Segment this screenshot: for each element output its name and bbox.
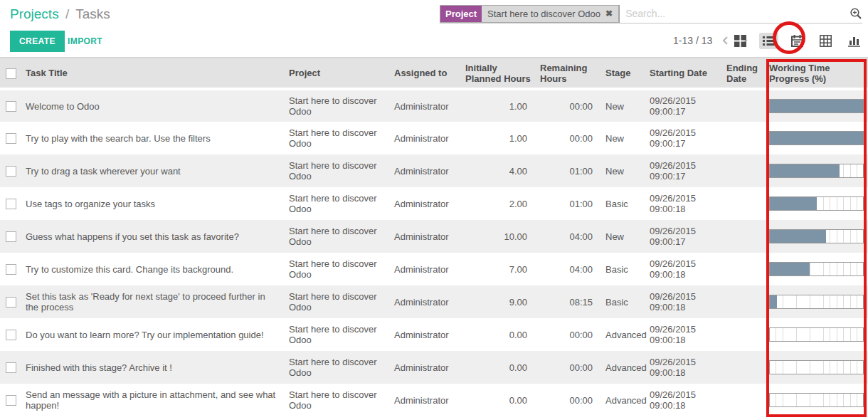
working-time-progress-bar bbox=[769, 196, 864, 211]
starting-date-cell: 09/26/2015 09:00:18 bbox=[645, 187, 722, 220]
project-cell: Start here to discover Odoo bbox=[285, 384, 390, 416]
table-row[interactable]: Set this task as 'Ready for next stage' … bbox=[0, 285, 868, 318]
progress-fill bbox=[770, 230, 826, 243]
table-header-row: Task Title Project Assigned to Initially… bbox=[0, 58, 868, 89]
pivot-view-icon[interactable] bbox=[816, 32, 835, 50]
task-title-cell: Do you want to learn more? Try our imple… bbox=[21, 318, 285, 351]
select-all-checkbox[interactable] bbox=[6, 68, 16, 79]
column-header-progress[interactable]: Working Time Progress (%) bbox=[765, 58, 868, 89]
breadcrumb-separator: / bbox=[65, 6, 69, 21]
assigned-to-cell: Administrator bbox=[390, 253, 461, 285]
assigned-to-cell: Administrator bbox=[390, 187, 461, 220]
working-time-progress-bar bbox=[769, 229, 864, 243]
calendar-view-icon[interactable] bbox=[788, 32, 807, 50]
page-title: Tasks bbox=[75, 6, 110, 21]
project-cell: Start here to discover Odoo bbox=[285, 122, 390, 154]
import-button[interactable]: IMPORT bbox=[68, 36, 102, 46]
search-input[interactable] bbox=[619, 5, 847, 23]
pager-previous-icon[interactable] bbox=[719, 36, 731, 46]
remaining-hours-cell: 00:00 bbox=[536, 318, 601, 351]
working-time-progress-bar bbox=[769, 99, 864, 113]
starting-date-cell: 09/26/2015 09:00:18 bbox=[645, 318, 722, 351]
remove-facet-icon[interactable]: ✖ bbox=[605, 9, 613, 19]
column-header-task-title[interactable]: Task Title bbox=[21, 58, 285, 89]
task-title-cell: Send an message with a picture in attach… bbox=[21, 384, 285, 416]
project-cell: Start here to discover Odoo bbox=[285, 187, 390, 220]
stage-cell: Advanced bbox=[601, 384, 645, 416]
starting-date-cell: 09/26/2015 09:00:18 bbox=[645, 384, 722, 416]
task-title-cell: Welcome to Odoo bbox=[21, 89, 285, 122]
column-header-planned-hours[interactable]: Initially Planned Hours bbox=[461, 58, 536, 89]
table-row[interactable]: Do you want to learn more? Try our imple… bbox=[0, 318, 868, 351]
ending-date-cell bbox=[722, 285, 765, 318]
row-checkbox[interactable] bbox=[6, 297, 16, 308]
column-header-starting-date[interactable]: Starting Date bbox=[645, 58, 722, 89]
table-row[interactable]: Try to customize this card. Change its b… bbox=[0, 253, 868, 285]
expand-search-icon[interactable] bbox=[850, 7, 862, 20]
column-header-project[interactable]: Project bbox=[285, 58, 390, 89]
ending-date-cell bbox=[722, 384, 765, 416]
search-facet: Project Start here to discover Odoo ✖ bbox=[440, 5, 619, 23]
list-view-icon[interactable] bbox=[759, 33, 778, 49]
column-header-ending-date[interactable]: Ending Date bbox=[722, 58, 765, 89]
task-title-cell: Try to play with the search bar. Use the… bbox=[21, 122, 285, 154]
assigned-to-cell: Administrator bbox=[390, 285, 461, 318]
table-row[interactable]: Try to drag a task wherever your want St… bbox=[0, 154, 868, 187]
assigned-to-cell: Administrator bbox=[390, 122, 461, 154]
stage-cell: New bbox=[601, 220, 645, 253]
starting-date-cell: 09/26/2015 09:00:17 bbox=[645, 154, 722, 187]
progress-fill bbox=[770, 197, 817, 210]
stage-cell: Basic bbox=[601, 285, 645, 318]
row-checkbox[interactable] bbox=[6, 264, 16, 275]
row-checkbox[interactable] bbox=[6, 199, 16, 209]
working-time-progress-bar bbox=[769, 131, 864, 145]
starting-date-cell: 09/26/2015 09:00:18 bbox=[645, 253, 722, 285]
row-checkbox[interactable] bbox=[6, 101, 16, 112]
column-header-assigned-to[interactable]: Assigned to bbox=[390, 58, 461, 89]
assigned-to-cell: Administrator bbox=[390, 89, 461, 122]
starting-date-cell: 09/26/2015 09:00:17 bbox=[645, 89, 722, 122]
breadcrumb-projects-link[interactable]: Projects bbox=[10, 6, 59, 21]
task-title-cell: Use tags to organize your tasks bbox=[21, 187, 285, 220]
stage-cell: New bbox=[601, 154, 645, 187]
remaining-hours-cell: 00:00 bbox=[536, 384, 601, 416]
starting-date-cell: 09/26/2015 09:00:17 bbox=[645, 122, 722, 154]
row-checkbox[interactable] bbox=[6, 166, 16, 177]
stage-cell: New bbox=[601, 122, 645, 154]
project-cell: Start here to discover Odoo bbox=[285, 253, 390, 285]
stage-cell: Advanced bbox=[601, 351, 645, 384]
table-row[interactable]: Use tags to organize your tasks Start he… bbox=[0, 187, 868, 220]
task-title-cell: Try to drag a task wherever your want bbox=[21, 154, 285, 187]
project-cell: Start here to discover Odoo bbox=[285, 220, 390, 253]
planned-hours-cell: 7.00 bbox=[461, 253, 536, 285]
progress-fill bbox=[770, 164, 840, 177]
project-cell: Start here to discover Odoo bbox=[285, 154, 390, 187]
working-time-progress-bar bbox=[769, 327, 864, 342]
table-row[interactable]: Guess what happens if you set this task … bbox=[0, 220, 868, 253]
table-row[interactable]: Welcome to Odoo Start here to discover O… bbox=[0, 89, 868, 122]
facet-category-label: Project bbox=[440, 6, 482, 22]
project-cell: Start here to discover Odoo bbox=[285, 89, 390, 122]
row-checkbox[interactable] bbox=[6, 362, 16, 373]
remaining-hours-cell: 00:00 bbox=[536, 351, 601, 384]
stage-cell: New bbox=[601, 89, 645, 122]
table-row[interactable]: Send an message with a picture in attach… bbox=[0, 384, 868, 416]
table-row[interactable]: Finished with this stage? Archive it ! S… bbox=[0, 351, 868, 384]
kanban-view-icon[interactable] bbox=[731, 32, 750, 50]
create-button[interactable]: CREATE bbox=[10, 31, 65, 52]
progress-fill bbox=[770, 263, 810, 275]
row-checkbox[interactable] bbox=[6, 231, 16, 242]
ending-date-cell bbox=[722, 187, 765, 220]
ending-date-cell bbox=[722, 154, 765, 187]
column-header-stage[interactable]: Stage bbox=[601, 58, 645, 89]
graph-view-icon[interactable] bbox=[845, 32, 864, 50]
row-checkbox[interactable] bbox=[6, 395, 16, 406]
ending-date-cell bbox=[722, 351, 765, 384]
row-checkbox[interactable] bbox=[6, 133, 16, 144]
row-checkbox[interactable] bbox=[6, 330, 16, 340]
table-row[interactable]: Try to play with the search bar. Use the… bbox=[0, 122, 868, 154]
task-title-cell: Try to customize this card. Change its b… bbox=[21, 253, 285, 285]
column-header-remaining-hours[interactable]: Remaining Hours bbox=[536, 58, 601, 89]
planned-hours-cell: 10.00 bbox=[461, 220, 536, 253]
planned-hours-cell: 0.00 bbox=[461, 351, 536, 384]
